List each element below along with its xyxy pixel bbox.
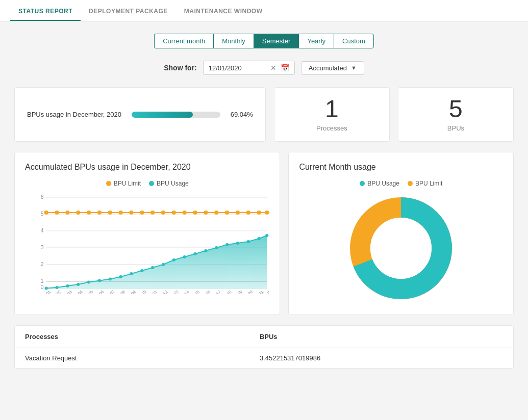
period-btn-monthly[interactable]: Monthly <box>213 34 254 48</box>
bpu-progress-bar <box>132 112 220 118</box>
show-for-row: Show for: 12/01/2020 ✕ 📅 Accumulated ▼ <box>14 61 514 75</box>
col-header-bpus: BPUs <box>249 326 513 348</box>
bpu-usage-label: BPUs usage in December, 2020 <box>27 111 121 118</box>
svg-point-42 <box>98 279 101 282</box>
svg-text:Dec 08: Dec 08 <box>113 290 126 294</box>
charts-row: Accumulated BPUs usage in December, 2020… <box>14 152 514 315</box>
period-btn-yearly[interactable]: Yearly <box>298 34 334 48</box>
svg-point-44 <box>119 275 122 278</box>
legend-donut-usage: BPU Usage <box>360 180 399 187</box>
clear-icon[interactable]: ✕ <box>270 64 276 72</box>
processes-card: Processes BPUs Vacation Request 3.452215… <box>14 325 514 369</box>
svg-point-23 <box>129 211 133 215</box>
tab-deployment-package[interactable]: DEPLOYMENT PACKAGE <box>81 8 176 21</box>
svg-point-83 <box>370 218 432 279</box>
legend-bpu-limit: BPU Limit <box>106 180 141 187</box>
svg-point-41 <box>87 281 90 284</box>
svg-point-24 <box>140 211 144 215</box>
accumulated-chart-card: Accumulated BPUs usage in December, 2020… <box>14 152 280 315</box>
svg-text:Dec 21: Dec 21 <box>252 290 264 294</box>
svg-text:5: 5 <box>41 211 44 217</box>
bpu-usage-card: BPUs usage in December, 2020 69.04% <box>14 87 266 142</box>
svg-point-33 <box>236 211 240 215</box>
bpu-progress-fill <box>132 112 193 118</box>
svg-point-47 <box>151 266 154 269</box>
svg-point-21 <box>108 211 112 215</box>
svg-text:Dec 19: Dec 19 <box>231 290 243 294</box>
table-row: Vacation Request 3.452215317019986 <box>15 348 513 369</box>
svg-text:Dec 18: Dec 18 <box>220 290 233 294</box>
svg-text:Dec 07: Dec 07 <box>103 290 115 294</box>
svg-text:Dec 04: Dec 04 <box>71 290 84 294</box>
svg-point-56 <box>247 240 250 243</box>
accumulated-dropdown[interactable]: Accumulated ▼ <box>301 61 364 75</box>
svg-point-39 <box>66 284 69 287</box>
svg-point-51 <box>193 252 196 255</box>
period-btn-custom[interactable]: Custom <box>334 34 374 48</box>
svg-text:Dec 11: Dec 11 <box>145 290 158 294</box>
svg-point-54 <box>225 243 229 246</box>
svg-point-45 <box>130 272 133 275</box>
svg-point-17 <box>65 211 69 215</box>
stats-row: BPUs usage in December, 2020 69.04% 1 Pr… <box>14 87 514 142</box>
tab-status-report[interactable]: STATUS REPORT <box>10 8 81 21</box>
svg-point-50 <box>183 255 186 258</box>
svg-point-20 <box>97 211 102 215</box>
svg-point-37 <box>45 287 48 290</box>
bpu-percent-value: 69.04% <box>231 111 253 118</box>
period-btn-semester[interactable]: Semester <box>254 34 299 48</box>
legend-label-donut-usage: BPU Usage <box>367 180 399 187</box>
main-content: Current month Monthly Semester Yearly Cu… <box>0 21 528 381</box>
svg-point-18 <box>76 211 80 215</box>
period-filter: Current month Monthly Semester Yearly Cu… <box>14 34 514 48</box>
svg-text:3: 3 <box>41 245 44 250</box>
legend-dot-limit <box>106 181 111 186</box>
donut-chart-container <box>299 192 503 304</box>
svg-text:1: 1 <box>41 278 44 284</box>
dropdown-arrow-icon: ▼ <box>351 65 357 71</box>
process-bpus-cell: 3.452215317019986 <box>249 348 513 369</box>
legend-bpu-usage: BPU Usage <box>149 180 189 187</box>
donut-chart-title: Current Month usage <box>299 163 503 172</box>
svg-point-58 <box>265 234 268 237</box>
top-navigation: STATUS REPORT DEPLOYMENT PACKAGE MAINTEN… <box>0 0 528 21</box>
bpus-count: 5 <box>449 97 463 121</box>
svg-point-29 <box>193 211 197 215</box>
tab-maintenance-window[interactable]: MAINTENANCE WINDOW <box>176 8 271 21</box>
legend-dot-usage <box>149 181 154 186</box>
date-input-wrapper[interactable]: 12/01/2020 ✕ 📅 <box>203 61 295 75</box>
svg-point-22 <box>118 211 122 215</box>
svg-point-25 <box>150 211 155 215</box>
processes-table: Processes BPUs Vacation Request 3.452215… <box>15 326 513 368</box>
svg-text:Dec 13: Dec 13 <box>166 290 179 294</box>
svg-text:Dec 05: Dec 05 <box>82 290 94 294</box>
svg-point-48 <box>162 263 165 266</box>
svg-point-57 <box>257 237 260 240</box>
accumulated-chart-legend: BPU Limit BPU Usage <box>25 180 269 187</box>
show-for-label: Show for: <box>164 64 197 72</box>
legend-label-donut-limit: BPU Limit <box>415 180 442 187</box>
period-btn-current-month[interactable]: Current month <box>154 34 213 48</box>
calendar-icon[interactable]: 📅 <box>281 64 289 72</box>
col-header-processes: Processes <box>15 326 249 348</box>
svg-text:2: 2 <box>41 261 44 267</box>
donut-svg <box>345 192 457 304</box>
legend-dot-donut-limit <box>408 181 413 186</box>
svg-text:Dec 15: Dec 15 <box>188 290 200 294</box>
svg-text:6: 6 <box>41 194 44 200</box>
accumulated-label: Accumulated <box>309 64 347 72</box>
svg-text:Dec 17: Dec 17 <box>209 290 222 294</box>
svg-point-43 <box>109 278 112 281</box>
svg-point-38 <box>55 286 58 289</box>
legend-label-usage: BPU Usage <box>157 180 189 187</box>
svg-point-35 <box>257 211 261 215</box>
date-input-value: 12/01/2020 <box>209 64 266 72</box>
svg-point-53 <box>215 246 218 249</box>
svg-text:Dec 01: Dec 01 <box>39 290 52 294</box>
legend-donut-limit: BPU Limit <box>408 180 442 187</box>
svg-point-40 <box>77 283 80 286</box>
processes-stat-card: 1 Processes <box>274 87 390 142</box>
svg-point-49 <box>172 258 175 261</box>
svg-point-15 <box>44 211 48 215</box>
svg-text:Dec 20: Dec 20 <box>241 290 254 294</box>
